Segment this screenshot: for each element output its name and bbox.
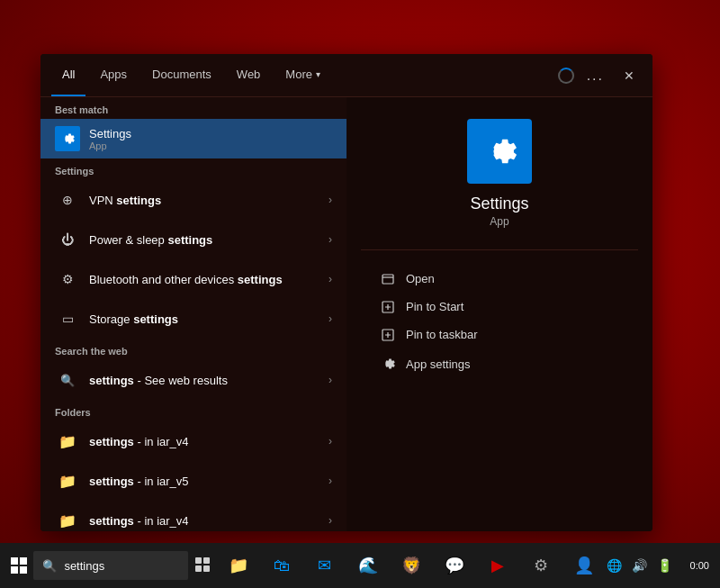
folder-3-text: settings - in iar_v4 [89,514,328,528]
chevron-down-icon: ▾ [316,69,320,79]
chevron-right-icon: › [328,475,332,487]
tabs: All Apps Documents Web More ▾ [51,54,558,96]
storage-title: Storage settings [89,312,328,326]
taskbar-search-box[interactable]: 🔍 settings [33,551,188,580]
context-menu: Open Pin to Start [361,265,638,379]
bluetooth-text: Bluetooth and other devices settings [89,273,328,286]
network-icon[interactable]: 🌐 [604,555,626,576]
result-folder-2[interactable]: 📁 settings - in iar_v5 › [40,461,346,501]
settings-app-title: Settings [89,127,332,140]
result-folder-1[interactable]: 📁 settings - in iar_v4 › [40,421,346,461]
result-web-search[interactable]: 🔍 settings - See web results › [40,360,346,400]
app-type-display: App [490,215,508,228]
app-settings-label: App settings [406,357,471,371]
context-pin-start[interactable]: Pin to Start [368,293,631,321]
result-bluetooth[interactable]: ⚙ Bluetooth and other devices settings › [40,259,346,299]
chevron-right-icon: › [328,514,332,527]
folder-icon: 📁 [55,429,80,454]
power-text: Power & sleep settings [89,233,328,247]
vpn-icon: ⊕ [55,187,80,213]
svg-rect-6 [20,566,27,574]
tab-all[interactable]: All [51,54,86,96]
context-pin-taskbar[interactable]: Pin to taskbar [368,321,631,348]
svg-rect-0 [382,275,393,284]
result-folder-3[interactable]: 📁 settings - in iar_v4 › [40,501,346,531]
pin-start-label: Pin to Start [406,300,464,313]
clock-time: 0:00 [690,560,709,571]
more-options-button[interactable]: ... [581,66,609,86]
settings-section-label: Settings [40,158,346,180]
battery-icon[interactable]: 🔋 [654,555,676,576]
result-storage[interactable]: ▭ Storage settings › [40,299,346,339]
chevron-right-icon: › [328,312,332,325]
taskbar-search-icon: 🔍 [42,559,57,573]
power-icon: ⏻ [55,227,80,252]
top-bar-controls: ... ✕ [558,66,642,86]
open-label: Open [406,272,435,285]
task-view-button[interactable] [188,546,218,585]
top-bar: All Apps Documents Web More ▾ ... ✕ [40,54,652,97]
svg-rect-10 [203,565,210,572]
folder-icon: 📁 [55,508,80,531]
pin-taskbar-label: Pin to taskbar [406,328,478,341]
profile-icon[interactable]: 👤 [564,546,604,585]
svg-rect-5 [11,566,18,574]
tab-apps[interactable]: Apps [89,54,138,96]
settings-app-icon [55,126,80,151]
storage-icon: ▭ [55,306,80,331]
chevron-right-icon: › [328,273,332,285]
start-button[interactable] [4,546,33,585]
bluetooth-title: Bluetooth and other devices settings [89,273,328,286]
result-power[interactable]: ⏻ Power & sleep settings › [40,220,346,259]
storage-text: Storage settings [89,312,328,326]
search-web-label: Search the web [40,339,346,360]
settings-app-text: Settings App [89,127,332,151]
search-window: All Apps Documents Web More ▾ ... ✕ [40,54,652,531]
result-vpn[interactable]: ⊕ VPN settings › [40,180,346,220]
brave-icon[interactable]: 🦁 [392,546,431,585]
svg-rect-4 [20,557,27,565]
content-area: Best match Settings App Setti [40,97,652,531]
left-panel: Best match Settings App Setti [40,97,346,531]
bluetooth-icon: ⚙ [55,267,80,292]
folder-2-title: settings - in iar_v5 [89,475,328,488]
taskbar-search-text: settings [64,559,104,573]
web-search-text: settings - See web results [89,374,328,387]
store-icon[interactable]: 🛍 [262,546,302,585]
pin-taskbar-icon [379,329,397,341]
context-open[interactable]: Open [368,265,631,293]
tab-documents[interactable]: Documents [141,54,222,96]
folder-2-text: settings - in iar_v5 [89,475,328,488]
taskbar-pinned-icons: 📁 🛍 ✉ 🌊 🦁 💬 ▶ ⚙ 👤 [219,546,604,585]
right-panel: Settings App Open [346,97,652,531]
tab-web[interactable]: Web [226,54,272,96]
chevron-right-icon: › [328,194,332,206]
clock[interactable]: 0:00 [683,560,716,571]
search-web-icon: 🔍 [55,367,80,393]
streaming-icon[interactable]: ▶ [478,546,518,585]
mail-icon[interactable]: ✉ [305,546,345,585]
close-button[interactable]: ✕ [616,67,642,85]
teams-icon[interactable]: 💬 [435,546,474,585]
app-icon-large [467,119,532,184]
vpn-title: VPN settings [89,194,328,207]
result-settings-app[interactable]: Settings App [40,119,346,158]
tab-more[interactable]: More ▾ [274,54,331,96]
pin-start-icon [379,301,397,313]
web-search-title: settings - See web results [89,374,328,387]
context-app-settings[interactable]: App settings [368,348,631,379]
settings-taskbar-icon[interactable]: ⚙ [521,546,561,585]
chevron-right-icon: › [328,435,332,448]
folder-icon: 📁 [55,468,80,493]
svg-rect-8 [203,557,210,564]
app-name-display: Settings [470,194,528,213]
divider [361,249,638,250]
settings-app-subtitle: App [89,140,332,151]
edge-icon[interactable]: 🌊 [348,546,388,585]
svg-rect-9 [195,565,202,572]
file-explorer-icon[interactable]: 📁 [219,546,258,585]
folder-3-title: settings - in iar_v4 [89,514,328,528]
volume-icon[interactable]: 🔊 [629,555,651,576]
chevron-right-icon: › [328,374,332,386]
best-match-label: Best match [40,97,346,119]
